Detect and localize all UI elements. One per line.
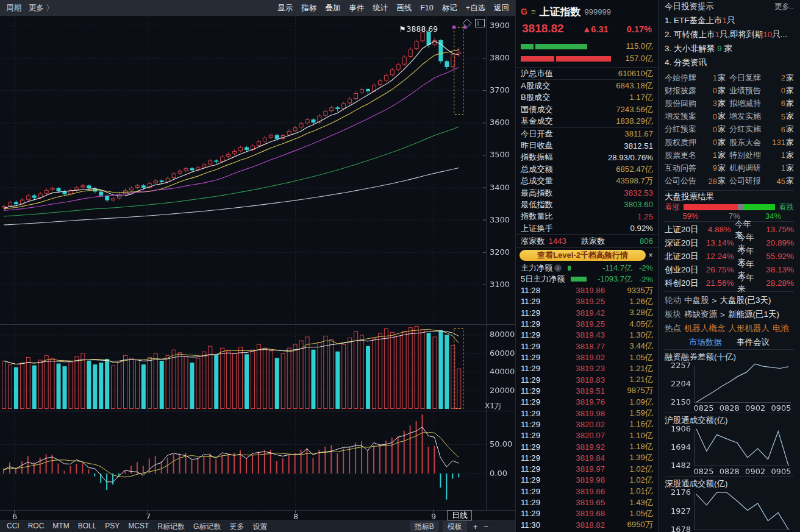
toolbar-button-6[interactable]: F10	[420, 4, 434, 12]
indicator-button-2[interactable]: MTM	[52, 522, 69, 532]
tick-volume: 1.05亿	[605, 508, 653, 519]
indicator-button-6[interactable]: R标记数	[157, 522, 185, 532]
toolbar-button-9[interactable]: 返回	[494, 4, 509, 12]
index-row-4[interactable]: 科创20日21.56%今年来28.28%	[665, 277, 794, 290]
grid-label: 互动问答	[665, 163, 696, 174]
stat-value: 3803.60	[624, 200, 653, 209]
stat-value: 3832.53	[624, 188, 653, 197]
index-20d-pct: 26.75%	[706, 265, 734, 274]
sh-connect-chart-canvas[interactable]	[665, 426, 795, 476]
sz-connect-chart-canvas[interactable]	[665, 489, 795, 532]
indicator-button-5[interactable]: MCST	[128, 522, 149, 532]
rotation-rows: 轮动中盘股 > 大盘股(已3天)板块稀缺资源 > 新能源(已1天)热点机器人概念…	[665, 292, 794, 336]
close-icon[interactable]: ×	[646, 251, 655, 260]
grid-unit: 家	[786, 150, 794, 161]
advancers-count: 1443	[549, 236, 566, 246]
index-name: 上证指数	[539, 5, 580, 19]
index-row-1[interactable]: 深证20日13.14%今年来20.89%	[665, 236, 794, 250]
tip-item-1[interactable]: 2. 可转债上市1只,即将到期10只...	[665, 27, 794, 41]
inflow-bar	[521, 44, 615, 49]
grid-cell-今始停牌[interactable]: 今始停牌1家	[665, 73, 729, 83]
toolbar-button-5[interactable]: 画线	[396, 4, 412, 12]
toolbar-button-7[interactable]: 标记	[442, 4, 457, 12]
tick-volume: 1.26亿	[605, 296, 653, 307]
index-row-0[interactable]: 上证20日4.88%今年来13.75%	[665, 223, 794, 236]
grid-unit: 家	[718, 150, 726, 161]
grid-row-4: 分红预案0家分红实施6家	[665, 123, 794, 136]
tick-volume: 1.01亿	[605, 486, 653, 497]
grid-cell-机构调研[interactable]: 机构调研1家	[729, 163, 794, 174]
tip-item-0[interactable]: 1. ETF基金上市1只	[665, 13, 794, 27]
grid-cell-增发实施[interactable]: 增发实施5家	[729, 111, 794, 122]
tab-events[interactable]: 事件会议	[737, 337, 770, 348]
grid-cell-增发预案[interactable]: 增发预案0家	[665, 111, 729, 122]
grid-cell-公司公告[interactable]: 公司公告28家	[665, 176, 729, 186]
indicator-button-1[interactable]: ROC	[28, 522, 45, 532]
indicator-button-8[interactable]: 更多	[229, 522, 244, 532]
indicator-button-3[interactable]: BOLL	[78, 522, 97, 532]
zoom-in-button[interactable]: +	[473, 522, 478, 531]
grid-cell-分红预案[interactable]: 分红预案0家	[665, 124, 729, 135]
grid-cell-股东大会[interactable]: 股东大会131家	[729, 137, 794, 148]
tip-segment: 只,即将到期	[720, 30, 763, 39]
grid-cell-拟增减持[interactable]: 拟增减持6家	[729, 98, 794, 109]
index-row-2[interactable]: 北证20日12.24%今年来55.92%	[665, 250, 794, 263]
grid-label: 股份回购	[665, 98, 696, 109]
grid-label: 分红预案	[665, 124, 696, 135]
rotation-link[interactable]: 人形机器人	[729, 323, 770, 334]
vote-bar	[684, 204, 775, 210]
indicator-button-7[interactable]: G标记数	[193, 522, 221, 532]
main-force-5d-pct: -2%	[632, 275, 653, 284]
toolbar-button-8[interactable]: +自选	[466, 4, 485, 12]
toolbar-button-3[interactable]: 事件	[349, 4, 364, 12]
toolbar-button-0[interactable]: 显示	[277, 4, 293, 12]
grid-cell-分红实施[interactable]: 分红实施6家	[729, 124, 794, 135]
more-periods-link[interactable]: 更多 〉	[29, 3, 54, 13]
tip-segment: 家	[722, 44, 732, 53]
grid-unit: 家	[718, 163, 726, 174]
template-tab[interactable]: 模板	[443, 521, 467, 532]
grid-cell-股票更名[interactable]: 股票更名1家	[665, 150, 729, 161]
tips-more-link[interactable]: 更多..	[774, 2, 794, 12]
main-kline-chart-canvas[interactable]	[0, 16, 515, 520]
rotation-link[interactable]: 机器人概念	[684, 323, 726, 334]
stat-row-5: 今日开盘3811.67	[521, 128, 653, 140]
grid-cell-特别处理[interactable]: 特别处理1家	[729, 150, 794, 161]
grid-cell-股份回购[interactable]: 股份回购3家	[665, 98, 729, 109]
period-label[interactable]: 周期	[6, 3, 21, 13]
tick-list[interactable]: 11:283819.869335万11:293819.251.26亿11:293…	[516, 285, 658, 532]
indicator-button-9[interactable]: 设置	[252, 522, 267, 532]
grid-cell-业绩预告[interactable]: 业绩预告0家	[729, 85, 794, 96]
inflow-row: 115.0亿	[521, 40, 653, 52]
grid-cell-今日复牌[interactable]: 今日复牌2家	[729, 73, 794, 83]
rotation-link: >	[720, 310, 725, 319]
indicator-b-tab[interactable]: 指标B	[410, 521, 439, 532]
menu-icon[interactable]: ≡	[531, 7, 536, 16]
toolbar-button-1[interactable]: 指标	[301, 4, 316, 12]
level2-banner[interactable]: 查看Level-2千档高频行情	[520, 250, 646, 261]
indicator-button-0[interactable]: CCI	[7, 522, 20, 532]
indicator-button-4[interactable]: PSY	[105, 522, 120, 532]
mini-chart-sh-connect: 沪股通成交额(亿)	[665, 413, 794, 476]
toolbar-button-4[interactable]: 统计	[373, 4, 388, 12]
tip-segment: 4. 分类资讯	[665, 58, 707, 67]
zoom-out-button[interactable]: −	[484, 522, 488, 531]
tip-item-2[interactable]: 3. 大小非解禁 9 家	[665, 41, 794, 55]
tab-market-data[interactable]: 市场数据	[689, 337, 722, 348]
grid-cell-互动问答[interactable]: 互动问答9家	[665, 163, 729, 174]
grid-cell-股权质押[interactable]: 股权质押0家	[665, 137, 729, 148]
margin-balance-chart-canvas[interactable]	[665, 363, 795, 413]
rotation-row-0: 轮动中盘股 > 大盘股(已3天)	[665, 294, 794, 308]
tick-time: 11:29	[521, 342, 549, 351]
index-row-3[interactable]: 创业20日26.75%今年来38.13%	[665, 263, 794, 277]
grid-cell-公司研报[interactable]: 公司研报45家	[729, 176, 794, 186]
grid-cell-财报披露[interactable]: 财报披露0家	[665, 85, 729, 96]
price-row: 3818.82 ▲6.31 0.17%	[516, 21, 658, 38]
rotation-link[interactable]: 电池	[773, 323, 789, 334]
stat-value: 3811.67	[624, 129, 653, 138]
chart-column: 周期 更多 〉 显示指标叠加事件统计画线F10标记+自选返回 CCIROCMTM…	[0, 0, 515, 532]
info-icon[interactable]: i	[554, 264, 562, 272]
toolbar-button-2[interactable]: 叠加	[325, 4, 340, 12]
tip-item-3[interactable]: 4. 分类资讯	[665, 55, 794, 69]
stat-label: 指数振幅	[521, 152, 553, 163]
